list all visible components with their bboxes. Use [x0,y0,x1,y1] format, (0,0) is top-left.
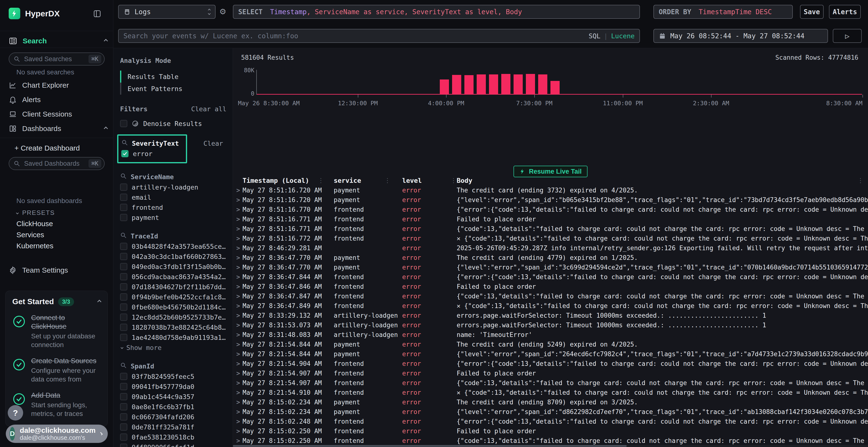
table-row[interactable]: >May 27 8:51:16.770 AMfrontenderror{"err… [233,205,868,214]
table-row[interactable]: >May 27 8:31:53.073 AMartillery-loadgene… [233,320,868,330]
checkbox[interactable] [120,334,127,341]
checkbox[interactable] [120,294,127,301]
checkbox[interactable] [120,120,127,127]
filter-item[interactable]: 1ae42480d758e9ab91193a1… [120,332,226,342]
chart-bar[interactable] [477,74,486,94]
chart-bar[interactable] [440,79,449,94]
checkbox[interactable] [120,214,127,221]
filter-item[interactable]: 09041fb457779da0 [120,381,226,391]
filter-item[interactable]: 03b44828f42a3573ea655ce… [120,241,226,251]
chart-bar[interactable] [452,75,461,94]
filter-item[interactable]: 056cd9acbaac8637a4354a2… [120,272,226,282]
checkbox[interactable] [120,444,127,447]
table-row[interactable]: >May 27 8:21:54.907 AMfrontenderror{"cod… [233,378,868,388]
col-service[interactable]: service [334,177,402,184]
filter-item[interactable]: 0f94b9befe0b4252ccfa1c8… [120,292,226,302]
table-row[interactable]: >May 27 8:51:16.720 AMpaymenterror{"leve… [233,195,868,205]
table-row[interactable]: >May 27 8:15:02.248 AMfrontenderror{"err… [233,417,868,426]
table-row[interactable]: >May 27 8:36:47.846 AMfrontenderrorFaile… [233,282,868,291]
col-level[interactable]: level [402,177,457,184]
filter-item[interactable]: 03f7b824595feec5 [120,371,226,381]
order-by-input[interactable]: ORDER BY TimestampTime DESC [653,5,793,19]
help-button[interactable]: ? [8,405,23,420]
table-row[interactable]: >May 27 8:21:54.907 AMfrontenderrorFaile… [233,369,868,378]
horizontal-scrollbar[interactable] [233,445,868,447]
filter-item[interactable]: artillery-loadgen [120,182,226,192]
save-button[interactable]: Save [800,5,824,19]
results-histogram[interactable]: 80K 0 May 26 8:30:00 AM12:30:00 PM4:00:0… [256,70,862,95]
table-row[interactable]: >May 27 8:33:29.132 AMartillery-loadgene… [233,311,868,320]
filter-item[interactable]: 07d184304627bf2f11b67dd… [120,282,226,292]
denoise-results-toggle[interactable]: Denoise Results [120,118,226,129]
sidebar-item-search[interactable]: Search [9,34,107,48]
source-select[interactable]: Logs [118,5,216,19]
checkbox[interactable] [120,304,127,311]
chart-bar[interactable] [489,74,498,94]
get-started-step[interactable]: Create Data SourcesConfigure where your … [12,356,101,384]
resume-live-tail-button[interactable]: Resume Live Tail [514,166,588,177]
sidebar-item-chart-explorer[interactable]: Chart Explorer [9,79,107,92]
filter-item[interactable]: payment [120,212,226,222]
scrollbar-thumb[interactable] [233,445,627,447]
sidebar-item-preset[interactable]: Services [17,231,44,239]
table-row[interactable]: >May 27 8:36:47.849 AMfrontenderror✕ {"c… [233,301,868,311]
filter-item[interactable]: 049ed0ac3fdb1f3f15a0b0b… [120,262,226,272]
checkbox[interactable] [120,393,127,400]
lucene-search-input[interactable]: Search your events w/ Lucene ex. column:… [118,29,640,43]
time-range-picker[interactable]: May 26 08:52:44 - May 27 08:52:44 [653,29,828,43]
checkbox[interactable] [120,194,127,201]
table-row[interactable]: >May 27 8:51:16.771 AMfrontenderrorFaile… [233,214,868,224]
filter-item[interactable]: 042a30c3dc1baf660b27863… [120,251,226,262]
table-row[interactable]: >May 27 8:21:54.844 AMpaymenterrorThe cr… [233,340,868,349]
table-row[interactable]: >May 27 8:21:54.904 AMfrontenderror{"err… [233,359,868,369]
column-resize-handle[interactable]: ⋮ [318,177,324,184]
sidebar-collapse-icon[interactable] [93,9,102,19]
checkbox[interactable] [120,263,127,270]
table-row[interactable]: >May 27 8:15:02.234 AMpaymenterror{"leve… [233,407,868,417]
alerts-button[interactable]: Alerts [829,5,861,19]
checkbox[interactable] [120,423,127,431]
table-row[interactable]: >May 27 8:36:47.844 AMfrontenderror{"err… [233,272,868,282]
table-row[interactable]: >May 27 8:51:16.772 AMfrontenderror✕ {"c… [233,234,868,243]
checkbox[interactable] [120,403,127,410]
checkbox[interactable] [120,413,127,420]
col-body[interactable]: Body [457,177,868,184]
table-row[interactable]: >May 27 8:36:47.770 AMpaymenterrorThe cr… [233,253,868,263]
presets-section[interactable]: PRESETS [17,209,55,216]
filter-item[interactable]: 0c0667304fafd206 [120,412,226,422]
table-row[interactable]: >May 27 8:31:48.083 AMartillery-loadgene… [233,330,868,340]
table-row[interactable]: >May 27 8:36:47.847 AMfrontenderror{"cod… [233,291,868,301]
user-menu[interactable]: D dale@clickhouse.com dale@clickhouse.co… [6,424,108,443]
filter-item[interactable]: 0ff8990066efcf1d [120,442,226,447]
mode-sql-toggle[interactable]: SQL [589,32,600,40]
checkbox[interactable] [120,253,127,260]
chart-bar[interactable] [526,74,535,94]
checkbox[interactable] [120,324,127,331]
table-row[interactable]: >May 27 8:15:02.250 AMfrontenderrorFaile… [233,426,868,436]
sidebar-item-alerts[interactable]: Alerts [9,94,107,106]
checkbox[interactable] [121,150,128,157]
filter-item[interactable]: email [120,192,226,202]
filter-clear-button[interactable]: Clear [204,140,223,147]
get-started-step[interactable]: Connect to ClickHouseSet up your databas… [12,313,101,349]
checkbox[interactable] [120,283,127,290]
table-options-icon[interactable]: ⋮ [858,177,864,184]
sidebar-item-client-sessions[interactable]: Client Sessions [9,108,107,121]
checkbox[interactable] [120,373,127,380]
table-row[interactable]: >May 27 8:21:54.910 AMfrontenderror✕ {"c… [233,388,868,398]
chart-bar[interactable] [514,74,523,94]
sidebar-item-dashboards[interactable]: Dashboards [9,122,107,135]
chart-bar[interactable] [551,81,560,94]
mode-lucene-toggle[interactable]: Lucene [611,32,634,40]
column-resize-handle[interactable]: ⋮ [384,177,391,184]
checkbox[interactable] [120,183,127,191]
filter-item[interactable]: 09ab1c4544c9a357 [120,391,226,402]
filter-item[interactable]: 0ae8e1f6c6b37fb1 [120,402,226,412]
clear-all-filters-button[interactable]: Clear all [191,105,226,113]
filter-item[interactable]: 0fae5381230518cb [120,432,226,442]
sidebar-item-preset[interactable]: ClickHouse [17,220,53,228]
chevron-up-icon[interactable] [97,300,101,304]
table-row[interactable]: >May 27 8:46:29.281 AMerror2025-05-26T09… [233,243,868,253]
show-more-button[interactable]: Show more [120,342,226,353]
chart-bar[interactable] [464,75,473,94]
